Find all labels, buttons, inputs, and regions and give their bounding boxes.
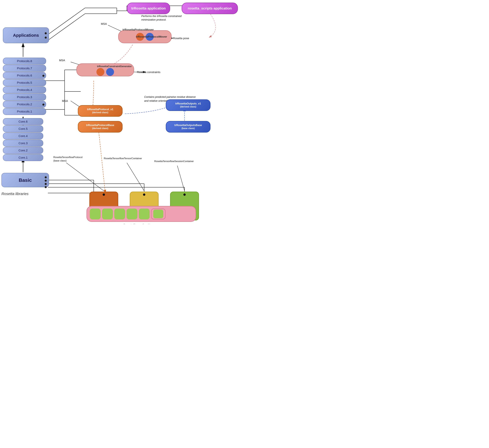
constraint-gen-label: trRosettaConstraintGenerator — [97, 65, 132, 68]
protocols-3: Protocols.3 — [3, 94, 46, 101]
dot-protocols2 — [42, 104, 44, 106]
dot-protocols6 — [42, 75, 44, 77]
protocols-2: Protocols.2 — [3, 101, 46, 108]
manager-label: RosettaTensorflowManager — [123, 223, 159, 224]
core-5: Core.5 — [3, 125, 43, 132]
trrosetta-outputs-base: trRosettaOutputsBase(base class) — [166, 121, 211, 133]
dot-basic-3 — [45, 183, 47, 185]
svg-line-41 — [127, 163, 144, 191]
diagram: Applications Protocols.8 Protocols.7 Pro… — [0, 0, 244, 224]
trrosetta-outputs-v1: trRosettaOutputs_v1(derived class) — [166, 99, 211, 111]
protocols-6: Protocols.6 — [3, 72, 46, 79]
protocols-7: Protocols.7 — [3, 65, 46, 72]
applications-label: Applications — [13, 33, 39, 38]
bottom-green-dot — [183, 193, 186, 196]
dot-applications-2 — [45, 37, 47, 39]
core-2: Core.2 — [3, 147, 43, 154]
rosetta-libraries-label: Rosetta libraries — [1, 192, 29, 196]
manager-inner-inner — [153, 210, 163, 218]
core-3: Core.3 — [3, 140, 43, 147]
protocols-4: Protocols.4 — [3, 87, 46, 93]
protocols-5: Protocols.5 — [3, 79, 46, 86]
protocols-8: Protocols.8 — [3, 58, 46, 64]
constraint-orange-circle — [97, 68, 104, 76]
dot-basic-2 — [45, 180, 47, 182]
core-stack: Core.6 Core.5 Core.4 Core.3 Core.2 Core.… — [3, 118, 43, 161]
manager-green-3 — [114, 208, 125, 219]
svg-line-8 — [48, 8, 85, 35]
trrosetta-protocol-base: trRosettaProtocolBase(derived class) — [78, 121, 122, 133]
dot-applications-1 — [45, 32, 47, 34]
dot-basic-1 — [45, 176, 47, 178]
trrosetta-protocol-v1: trRosettaProtocol_v1(derived class) — [78, 105, 122, 117]
rosetta-scripts-application: rosetta_scripts application — [182, 3, 238, 14]
manager-green-5 — [139, 208, 150, 219]
core-1: Core.1 — [3, 154, 43, 161]
core-6: Core.6 — [3, 118, 43, 125]
trrosetta-application: trRosetta application — [127, 3, 170, 14]
manager-green-4 — [127, 208, 137, 219]
bottom-orange-dot — [103, 193, 105, 196]
rosetta-pose-label: Rosetta pose — [173, 37, 189, 40]
svg-line-42 — [177, 166, 185, 191]
trrosetta-protocol-mover-label-pos: trRosettaProtocolMover — [122, 28, 166, 31]
basic-label: Basic — [19, 177, 32, 183]
svg-line-40 — [66, 163, 104, 191]
rosetta-tensorflow-protocol-label: RosettaTensorflowProtocol(base class) — [53, 156, 82, 162]
protocols-1: Protocols.1 — [3, 108, 46, 115]
msa-label-2: MSA — [59, 59, 65, 62]
performs-description: Performs the trRosetta constrained minim… — [141, 14, 190, 22]
rosetta-tensorflow-session-label: RosettaTensorflowSessionContainer — [154, 160, 194, 163]
trrosetta-constraint-generator-container: trRosettaConstraintGenerator — [76, 63, 134, 76]
applications-box: Applications — [3, 27, 49, 43]
dot-basic-4 — [45, 186, 47, 188]
svg-line-9 — [48, 14, 85, 40]
rosetta-constraints-label: Rosetta constraints — [137, 71, 161, 74]
protocols-stack: Protocols.8 Protocols.7 Protocols.6 Prot… — [3, 58, 46, 115]
msa-label-1: MSA — [101, 22, 107, 25]
trrosetta-protocol-mover-container: trRosettaProtocolMover — [118, 30, 171, 43]
msa-label-3: MSA — [62, 99, 68, 103]
rosetta-tensorflow-tensor-label: RosettaTensorflowTensorContainer — [104, 157, 142, 160]
constraint-blue-circle — [106, 68, 114, 76]
mover-label: trRosettaProtocolMover — [136, 35, 167, 38]
core-4: Core.4 — [3, 133, 43, 139]
manager-green-2 — [102, 208, 113, 219]
manager-inner-big-box — [151, 208, 165, 219]
bottom-yellow-dot — [143, 193, 145, 196]
rosetta-tensorflow-manager: RosettaTensorflowManager — [87, 206, 196, 222]
basic-box: Basic — [1, 173, 49, 187]
manager-green-1 — [90, 208, 101, 219]
